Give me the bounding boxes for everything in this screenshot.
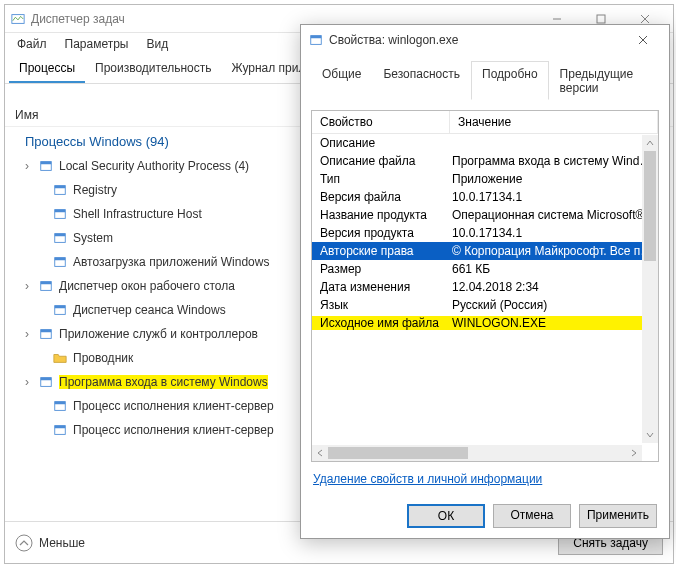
process-label: Автозагрузка приложений Windows (73, 255, 269, 269)
expand-chevron-icon[interactable]: › (21, 327, 33, 341)
application-icon (39, 279, 53, 293)
properties-tabs: Общие Безопасность Подробно Предыдущие в… (311, 61, 659, 100)
property-name: Тип (312, 172, 450, 186)
tab-general[interactable]: Общие (311, 61, 372, 100)
hscroll-thumb[interactable] (328, 447, 468, 459)
menu-options[interactable]: Параметры (57, 35, 137, 53)
process-label: Диспетчер сеанса Windows (73, 303, 226, 317)
scroll-left-icon[interactable] (312, 445, 328, 461)
application-icon (53, 255, 67, 269)
menu-file[interactable]: Файл (9, 35, 55, 53)
process-label: Процесс исполнения клиент-сервер (73, 399, 274, 413)
property-value: Программа входа в систему Windows (450, 154, 658, 168)
svg-rect-20 (41, 330, 52, 333)
application-icon (53, 399, 67, 413)
property-row[interactable]: Версия файла10.0.17134.1 (312, 188, 658, 206)
ok-button[interactable]: ОК (407, 504, 485, 528)
property-name: Версия файла (312, 190, 450, 204)
tab-security[interactable]: Безопасность (372, 61, 471, 100)
svg-rect-22 (41, 378, 52, 381)
property-row[interactable]: Версия продукта10.0.17134.1 (312, 224, 658, 242)
property-row[interactable]: ТипПриложение (312, 170, 658, 188)
property-name: Дата изменения (312, 280, 450, 294)
tab-previous-versions[interactable]: Предыдущие версии (549, 61, 659, 100)
property-name: Размер (312, 262, 450, 276)
scroll-thumb[interactable] (644, 151, 656, 261)
property-name: Исходное имя файла (312, 316, 450, 330)
process-label: Shell Infrastructure Host (73, 207, 202, 221)
process-label: Приложение служб и контроллеров (59, 327, 258, 341)
cancel-button[interactable]: Отмена (493, 504, 571, 528)
horizontal-scrollbar[interactable] (312, 445, 642, 461)
process-label: System (73, 231, 113, 245)
process-label: Программа входа в систему Windows (59, 375, 268, 389)
hscroll-track[interactable] (328, 445, 626, 461)
application-icon (39, 375, 53, 389)
vertical-scrollbar[interactable] (642, 135, 658, 443)
process-label: Процесс исполнения клиент-сервер (73, 423, 274, 437)
apply-button[interactable]: Применить (579, 504, 657, 528)
property-value: 12.04.2018 2:34 (450, 280, 658, 294)
property-row[interactable]: Название продуктаОперационная система Mi… (312, 206, 658, 224)
scroll-up-icon[interactable] (642, 135, 658, 151)
svg-rect-14 (55, 258, 66, 261)
application-icon (53, 183, 67, 197)
property-name: Авторские права (312, 244, 450, 258)
property-row[interactable]: ЯзыкРусский (Россия) (312, 296, 658, 314)
property-value: 10.0.17134.1 (450, 226, 658, 240)
property-row[interactable]: Размер661 КБ (312, 260, 658, 278)
tab-details[interactable]: Подробно (471, 61, 549, 100)
properties-close-button[interactable] (621, 26, 665, 54)
properties-titlebar[interactable]: Свойства: winlogon.exe (301, 25, 669, 55)
property-name: Версия продукта (312, 226, 450, 240)
property-name: Описание файла (312, 154, 450, 168)
section-label: Описание (312, 136, 450, 150)
svg-rect-2 (597, 15, 605, 23)
property-value: © Корпорация Майкрософт. Все пра… (450, 244, 658, 258)
properties-section-description: Описание (312, 134, 658, 152)
property-value: 10.0.17134.1 (450, 190, 658, 204)
column-value[interactable]: Значение (450, 111, 658, 133)
process-label: Диспетчер окон рабочего стола (59, 279, 235, 293)
expand-chevron-icon[interactable]: › (21, 159, 33, 173)
properties-table-header: Свойство Значение (312, 111, 658, 134)
svg-point-27 (16, 535, 32, 551)
executable-icon (309, 33, 323, 47)
properties-dialog: Свойства: winlogon.exe Общие Безопасност… (300, 24, 670, 539)
fewer-details-button[interactable]: Меньше (15, 534, 85, 552)
column-property[interactable]: Свойство (312, 111, 450, 133)
scroll-down-icon[interactable] (642, 427, 658, 443)
chevron-up-circle-icon (15, 534, 33, 552)
application-icon (53, 423, 67, 437)
menu-view[interactable]: Вид (138, 35, 176, 53)
property-value: 661 КБ (450, 262, 658, 276)
property-name: Язык (312, 298, 450, 312)
process-label: Registry (73, 183, 117, 197)
scroll-right-icon[interactable] (626, 445, 642, 461)
property-row[interactable]: Дата изменения12.04.2018 2:34 (312, 278, 658, 296)
svg-rect-8 (55, 186, 66, 189)
remove-properties-link[interactable]: Удаление свойств и личной информации (313, 472, 542, 486)
property-value: WINLOGON.EXE (450, 316, 658, 330)
application-icon (39, 159, 53, 173)
property-row[interactable]: Описание файлаПрограмма входа в систему … (312, 152, 658, 170)
property-row[interactable]: Исходное имя файлаWINLOGON.EXE (312, 314, 658, 332)
task-manager-icon (11, 12, 25, 26)
svg-rect-16 (41, 282, 52, 285)
properties-content: Общие Безопасность Подробно Предыдущие в… (301, 55, 669, 486)
svg-rect-26 (55, 426, 66, 429)
tab-performance[interactable]: Производительность (85, 55, 221, 83)
property-row[interactable]: Авторские права© Корпорация Майкрософт. … (312, 242, 658, 260)
process-label: Проводник (73, 351, 133, 365)
scroll-track[interactable] (642, 151, 658, 427)
svg-rect-6 (41, 162, 52, 165)
property-value: Операционная система Microsoft® W… (450, 208, 658, 222)
application-icon (53, 231, 67, 245)
application-icon (53, 207, 67, 221)
expand-chevron-icon[interactable]: › (21, 279, 33, 293)
folder-icon (53, 351, 67, 365)
tab-processes[interactable]: Процессы (9, 55, 85, 83)
expand-chevron-icon[interactable]: › (21, 375, 33, 389)
properties-footer: ОК Отмена Применить (407, 504, 657, 528)
svg-rect-29 (311, 36, 322, 39)
